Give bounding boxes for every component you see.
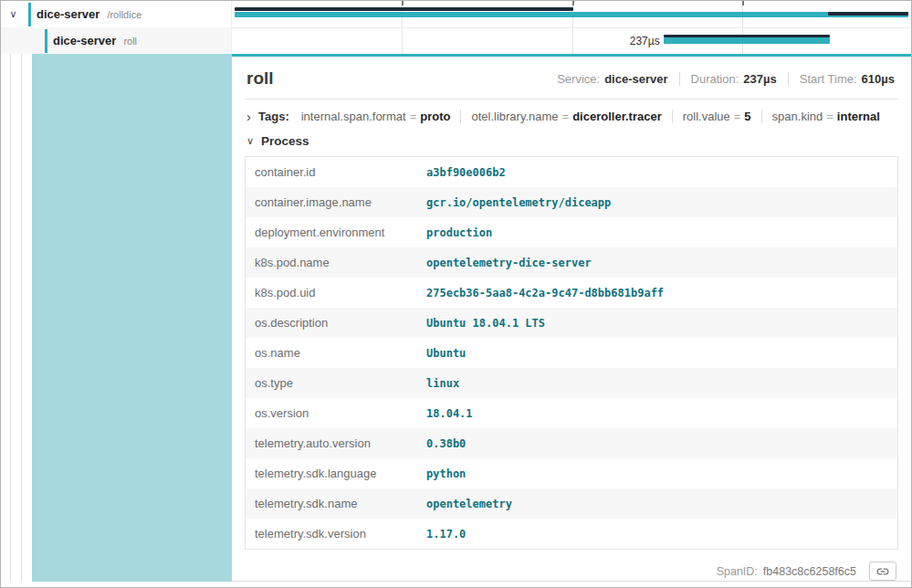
span-bar[interactable] — [664, 37, 830, 44]
span-bar-track: 237µs — [232, 27, 911, 54]
process-row: os.version 18.04.1 — [246, 398, 898, 428]
indent-guide — [21, 54, 22, 582]
tag-value: 5 — [744, 110, 750, 123]
selected-span-highlight — [32, 54, 232, 582]
meta-duration: Duration: 237µs — [679, 72, 788, 86]
tag-item: otel.library.name=diceroller.tracer — [460, 110, 671, 123]
process-section-header[interactable]: ∨ Process — [245, 132, 898, 156]
panel-footer: SpanID: fb483c8c6258f6c5 — [245, 550, 898, 588]
process-value: Ubuntu 18.04.1 LTS — [417, 308, 898, 338]
process-row: k8s.pod.uid 275ecb36-5aa8-4c2a-9c47-d8bb… — [246, 278, 898, 308]
process-value: gcr.io/opentelemetry/diceapp — [417, 187, 898, 217]
span-name-cell[interactable]: dice-server roll — [1, 27, 232, 54]
link-icon — [876, 565, 889, 578]
process-value: 1.17.0 — [417, 519, 898, 550]
span-id-label: SpanID: — [717, 565, 758, 578]
span-duration-label: 237µs — [504, 35, 660, 47]
process-key: deployment.environment — [246, 217, 418, 247]
process-key: os.type — [246, 368, 418, 398]
span-row-roll[interactable]: dice-server roll 237µs — [1, 27, 911, 55]
process-value: 0.38b0 — [417, 428, 898, 458]
process-row: os.name Ubuntu — [246, 338, 898, 368]
equals-sign: = — [823, 110, 837, 123]
process-key: telemetry.sdk.name — [246, 488, 418, 519]
meta-start-time: Start Time: 610µs — [788, 72, 896, 86]
meta-service: Service: dice-server — [546, 72, 678, 86]
tag-value: diceroller.tracer — [572, 110, 662, 123]
span-meta: Service: dice-server Duration: 237µs Sta… — [546, 72, 896, 86]
process-key: telemetry.sdk.version — [246, 519, 418, 550]
process-row: os.description Ubuntu 18.04.1 LTS — [246, 308, 898, 338]
process-label: Process — [261, 134, 309, 148]
tags-summary: internal.span.format=proto otel.library.… — [291, 110, 890, 123]
process-key: os.version — [246, 398, 418, 428]
service-name: dice-server — [53, 34, 116, 47]
process-key: telemetry.auto.version — [246, 428, 418, 458]
process-key: os.description — [246, 308, 418, 338]
process-key: container.id — [246, 157, 418, 188]
left-rail — [1, 54, 232, 582]
equals-sign: = — [730, 110, 745, 123]
process-row: telemetry.sdk.language python — [246, 458, 898, 488]
detail-header: roll Service: dice-server Duration: 237µ… — [245, 57, 898, 100]
service-name: dice-server — [37, 7, 100, 21]
process-value: opentelemetry — [417, 488, 898, 519]
process-value: 275ecb36-5aa8-4c2a-9c47-d8bb681b9aff — [417, 278, 898, 308]
tags-label: Tags: — [258, 110, 289, 123]
span-name-cell[interactable]: ∨ dice-server /rolldice — [1, 1, 232, 27]
equals-sign: = — [406, 110, 421, 123]
tag-value: internal — [837, 110, 880, 123]
span-title: roll — [246, 68, 274, 89]
tag-key: internal.span.format — [301, 110, 406, 123]
process-value: 18.04.1 — [417, 398, 898, 428]
process-value: opentelemetry-dice-server — [417, 247, 898, 278]
span-color-indicator — [45, 29, 47, 53]
span-row-rolldice[interactable]: ∨ dice-server /rolldice — [1, 1, 911, 28]
span-id-value: fb483c8c6258f6c5 — [763, 565, 856, 578]
operation-name: roll — [123, 36, 137, 47]
tag-key: roll.value — [683, 110, 730, 123]
span-color-indicator — [28, 3, 31, 26]
tags-section-header[interactable]: › Tags: internal.span.format=proto otel.… — [245, 100, 898, 132]
process-value: production — [417, 217, 898, 247]
process-value: a3bf90e006b2 — [417, 157, 898, 188]
span-bar-track — [232, 1, 911, 27]
process-row: deployment.environment production — [246, 217, 898, 247]
deep-link-button[interactable] — [869, 562, 896, 581]
span-bar-segment[interactable] — [828, 12, 908, 16]
chevron-down-icon[interactable]: ∨ — [246, 135, 254, 147]
span-bar[interactable] — [235, 12, 908, 17]
process-row: k8s.pod.name opentelemetry-dice-server — [246, 247, 898, 278]
jaeger-span-detail-screen: ∨ dice-server /rolldice dice-server roll… — [0, 0, 912, 588]
indent-guide — [10, 54, 11, 582]
process-table: container.id a3bf90e006b2 container.imag… — [245, 156, 898, 550]
process-key: telemetry.sdk.language — [246, 458, 418, 488]
process-row: telemetry.auto.version 0.38b0 — [246, 428, 898, 458]
tag-item: span.kind=internal — [761, 110, 890, 123]
operation-name: /rolldice — [107, 9, 142, 20]
process-row: os.type linux — [246, 368, 898, 398]
chevron-down-icon[interactable]: ∨ — [6, 8, 20, 20]
process-key: k8s.pod.name — [246, 247, 418, 278]
process-row: telemetry.sdk.version 1.17.0 — [246, 519, 898, 550]
process-key: container.image.name — [246, 187, 418, 217]
span-bar-segment[interactable] — [235, 7, 573, 11]
process-row: container.image.name gcr.io/opentelemetr… — [246, 187, 898, 217]
process-key: os.name — [246, 338, 418, 368]
tag-key: otel.library.name — [471, 110, 558, 123]
process-value: linux — [417, 368, 898, 398]
tag-item: roll.value=5 — [672, 110, 761, 123]
tag-item: internal.span.format=proto — [291, 110, 461, 123]
tag-key: span.kind — [772, 110, 823, 123]
process-row: container.id a3bf90e006b2 — [246, 157, 898, 188]
process-row: telemetry.sdk.name opentelemetry — [246, 488, 898, 519]
process-key: k8s.pod.uid — [246, 278, 418, 308]
process-value: Ubuntu — [417, 338, 898, 368]
process-value: python — [417, 458, 898, 488]
chevron-right-icon[interactable]: › — [246, 110, 251, 123]
tag-value: proto — [420, 110, 450, 123]
equals-sign: = — [559, 110, 573, 123]
span-detail-panel: roll Service: dice-server Duration: 237µ… — [232, 54, 911, 582]
